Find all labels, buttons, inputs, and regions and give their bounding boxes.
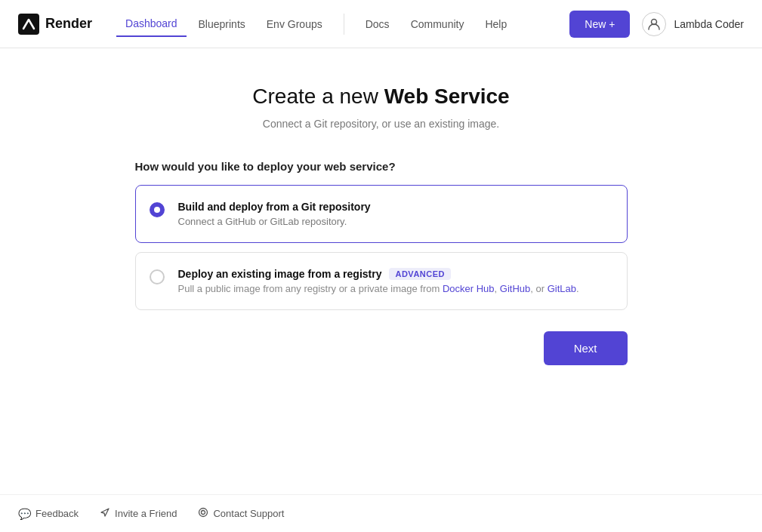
nav-divider — [344, 14, 344, 35]
option-git-title: Build and deploy from a Git repository — [178, 201, 612, 213]
nav-community[interactable]: Community — [402, 12, 474, 36]
main-content: Create a new Web Service Connect a Git r… — [117, 48, 646, 395]
option-git-desc: Connect a GitHub or GitLab repository. — [178, 216, 612, 227]
nav-env-groups[interactable]: Env Groups — [258, 12, 332, 36]
user-name: Lambda Coder — [674, 18, 744, 30]
feedback-link[interactable]: 💬 Feedback — [18, 508, 79, 520]
footer: 💬 Feedback Invite a Friend Contact Suppo… — [0, 494, 762, 532]
support-link[interactable]: Contact Support — [198, 507, 284, 520]
feedback-icon: 💬 — [18, 508, 31, 520]
nav-right: New + Lambda Coder — [569, 11, 744, 38]
svg-rect-0 — [18, 14, 39, 35]
gitlab-link[interactable]: GitLab — [548, 283, 576, 294]
next-row: Next — [135, 331, 628, 365]
svg-point-2 — [199, 509, 208, 517]
nav-dashboard[interactable]: Dashboard — [116, 11, 187, 37]
invite-link[interactable]: Invite a Friend — [100, 507, 177, 520]
page-subtitle: Connect a Git repository, or use an exis… — [135, 118, 628, 130]
nav-blueprints[interactable]: Blueprints — [190, 12, 255, 36]
radio-git[interactable] — [150, 202, 165, 217]
next-button[interactable]: Next — [544, 331, 628, 365]
option-registry-desc: Pull a public image from any registry or… — [178, 283, 612, 294]
user-menu[interactable]: Lambda Coder — [642, 12, 744, 36]
option-registry[interactable]: Deploy an existing image from a registry… — [135, 252, 628, 310]
user-icon — [642, 12, 666, 36]
navbar: Render Dashboard Blueprints Env Groups D… — [0, 0, 762, 48]
logo-text: Render — [45, 16, 92, 32]
deploy-question: How would you like to deploy your web se… — [135, 160, 628, 173]
page-title: Create a new Web Service — [135, 85, 628, 109]
github-link[interactable]: GitHub — [500, 283, 530, 294]
invite-icon — [100, 507, 110, 520]
person-icon — [647, 17, 661, 31]
send-icon — [100, 507, 110, 518]
support-icon — [198, 507, 208, 520]
feedback-label: Feedback — [35, 508, 79, 519]
logo[interactable]: Render — [18, 14, 92, 35]
docker-hub-link[interactable]: Docker Hub — [443, 283, 495, 294]
option-registry-title: Deploy an existing image from a registry… — [178, 268, 612, 280]
nav-docs[interactable]: Docs — [356, 12, 399, 36]
radio-registry[interactable] — [150, 269, 165, 284]
help-circle-icon — [198, 507, 208, 518]
svg-point-3 — [202, 511, 205, 515]
logo-icon — [18, 14, 39, 35]
nav-help[interactable]: Help — [476, 12, 516, 36]
advanced-badge: ADVANCED — [389, 268, 451, 280]
new-button[interactable]: New + — [569, 11, 630, 38]
nav-links: Dashboard Blueprints Env Groups Docs Com… — [116, 11, 569, 37]
invite-label: Invite a Friend — [115, 508, 177, 519]
option-git-repo[interactable]: Build and deploy from a Git repository C… — [135, 185, 628, 243]
support-label: Contact Support — [213, 508, 284, 519]
